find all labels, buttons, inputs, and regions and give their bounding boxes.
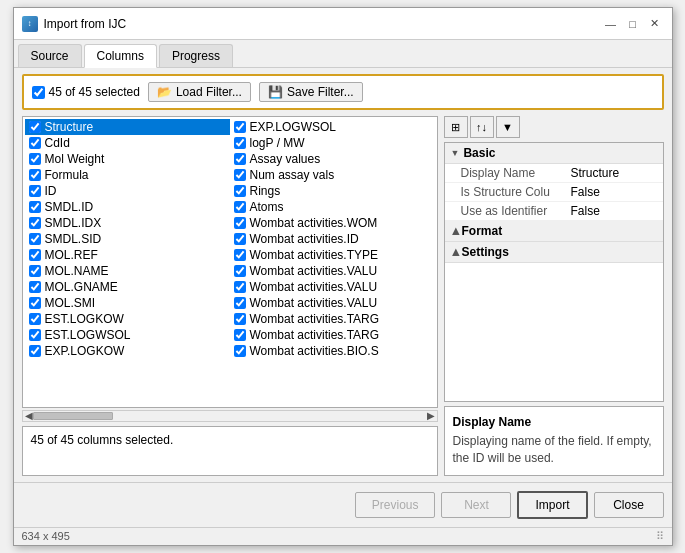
title-controls: — □ ✕ (602, 15, 664, 33)
select-all-label: 45 of 45 selected (49, 85, 140, 99)
tab-progress[interactable]: Progress (159, 44, 233, 67)
prop-row: Use as IdentifierFalse (445, 202, 663, 221)
minimize-button[interactable]: — (602, 15, 620, 33)
sort-za-button[interactable]: ↑↓ (470, 116, 494, 138)
prop-row: Display NameStructure (445, 164, 663, 183)
list-item[interactable]: MOL.GNAME (25, 279, 230, 295)
scroll-right-arrow[interactable]: ▶ (427, 410, 435, 421)
section-arrow-format: ▶ (449, 228, 459, 235)
list-item[interactable]: Wombat activities.TARG (230, 311, 435, 327)
list-item[interactable]: Rings (230, 183, 435, 199)
main-content: StructureEXP.LOGWSOLCdIdlogP / MWMol Wei… (14, 116, 672, 476)
select-all-checkbox[interactable] (32, 86, 45, 99)
list-item[interactable]: EST.LOGKOW (25, 311, 230, 327)
horizontal-scrollbar[interactable]: ◀ ▶ (22, 410, 438, 422)
statusbar-resize-icon: ⠿ (656, 530, 664, 543)
statusbar-dimensions: 634 x 495 (22, 530, 70, 543)
info-panel-title: Display Name (453, 415, 655, 429)
title-bar: ↕ Import from IJC — □ ✕ (14, 8, 672, 40)
list-item[interactable]: Wombat activities.WOM (230, 215, 435, 231)
list-item[interactable]: Wombat activities.VALU (230, 263, 435, 279)
list-item[interactable]: Structure (25, 119, 230, 135)
tabs-bar: Source Columns Progress (14, 40, 672, 68)
list-item[interactable]: MOL.SMI (25, 295, 230, 311)
save-filter-button[interactable]: 💾 Save Filter... (259, 82, 363, 102)
main-window: ↕ Import from IJC — □ ✕ Source Columns P… (13, 7, 673, 546)
section-arrow-settings: ▶ (449, 249, 459, 256)
list-item[interactable]: Assay values (230, 151, 435, 167)
list-item[interactable]: EST.LOGWSOL (25, 327, 230, 343)
prop-section-header-basic[interactable]: ▼Basic (445, 143, 663, 164)
list-item[interactable]: SMDL.ID (25, 199, 230, 215)
section-arrow-basic: ▼ (451, 148, 460, 158)
load-filter-icon: 📂 (157, 85, 172, 99)
list-item[interactable]: MOL.REF (25, 247, 230, 263)
list-item[interactable]: MOL.NAME (25, 263, 230, 279)
sort-az-button[interactable]: ⊞ (444, 116, 468, 138)
save-filter-label: Save Filter... (287, 85, 354, 99)
right-panel: ⊞ ↑↓ ▼ ▼BasicDisplay NameStructureIs Str… (444, 116, 664, 476)
list-item[interactable]: Mol Weight (25, 151, 230, 167)
list-item[interactable]: Wombat activities.TYPE (230, 247, 435, 263)
list-item[interactable]: Formula (25, 167, 230, 183)
next-button[interactable]: Next (441, 492, 511, 518)
tab-columns[interactable]: Columns (84, 44, 157, 68)
columns-status: 45 of 45 columns selected. (22, 426, 438, 476)
list-item[interactable]: EXP.LOGKOW (25, 343, 230, 359)
list-item[interactable]: Wombat activities.BIO.S (230, 343, 435, 359)
columns-toolbar: 45 of 45 selected 📂 Load Filter... 💾 Sav… (22, 74, 664, 110)
list-item[interactable]: Wombat activities.TARG (230, 327, 435, 343)
load-filter-button[interactable]: 📂 Load Filter... (148, 82, 251, 102)
list-item[interactable]: Num assay vals (230, 167, 435, 183)
list-item[interactable]: Atoms (230, 199, 435, 215)
tab-source[interactable]: Source (18, 44, 82, 67)
maximize-button[interactable]: □ (624, 15, 642, 33)
list-item[interactable]: Wombat activities.VALU (230, 295, 435, 311)
prop-section-header-settings[interactable]: ▶Settings (445, 242, 663, 263)
filter-button[interactable]: ▼ (496, 116, 520, 138)
columns-list[interactable]: StructureEXP.LOGWSOLCdIdlogP / MWMol Wei… (22, 116, 438, 408)
scroll-left-arrow[interactable]: ◀ (25, 410, 33, 421)
list-item[interactable]: Wombat activities.ID (230, 231, 435, 247)
list-item[interactable]: EXP.LOGWSOL (230, 119, 435, 135)
list-item[interactable]: SMDL.IDX (25, 215, 230, 231)
columns-panel: StructureEXP.LOGWSOLCdIdlogP / MWMol Wei… (22, 116, 438, 476)
load-filter-label: Load Filter... (176, 85, 242, 99)
list-item[interactable]: logP / MW (230, 135, 435, 151)
info-panel: Display Name Displaying name of the fiel… (444, 406, 664, 476)
window-title: Import from IJC (44, 17, 127, 31)
prop-row: Is Structure ColuFalse (445, 183, 663, 202)
import-button[interactable]: Import (517, 491, 587, 519)
list-item[interactable]: Wombat activities.VALU (230, 279, 435, 295)
close-button-footer[interactable]: Close (594, 492, 664, 518)
columns-grid: StructureEXP.LOGWSOLCdIdlogP / MWMol Wei… (23, 117, 437, 361)
select-all-group: 45 of 45 selected (32, 85, 140, 99)
right-toolbar: ⊞ ↑↓ ▼ (444, 116, 664, 138)
info-panel-text: Displaying name of the field. If empty, … (453, 433, 655, 467)
previous-button[interactable]: Previous (355, 492, 436, 518)
list-item[interactable]: CdId (25, 135, 230, 151)
footer: Previous Next Import Close (14, 482, 672, 527)
title-bar-left: ↕ Import from IJC (22, 16, 127, 32)
app-icon: ↕ (22, 16, 38, 32)
save-filter-icon: 💾 (268, 85, 283, 99)
scrollbar-thumb[interactable] (33, 412, 113, 420)
statusbar: 634 x 495 ⠿ (14, 527, 672, 545)
columns-status-text: 45 of 45 columns selected. (31, 433, 174, 447)
close-button[interactable]: ✕ (646, 15, 664, 33)
properties-panel: ▼BasicDisplay NameStructureIs Structure … (444, 142, 664, 402)
prop-section-header-format[interactable]: ▶Format (445, 221, 663, 242)
list-item[interactable]: ID (25, 183, 230, 199)
list-item[interactable]: SMDL.SID (25, 231, 230, 247)
